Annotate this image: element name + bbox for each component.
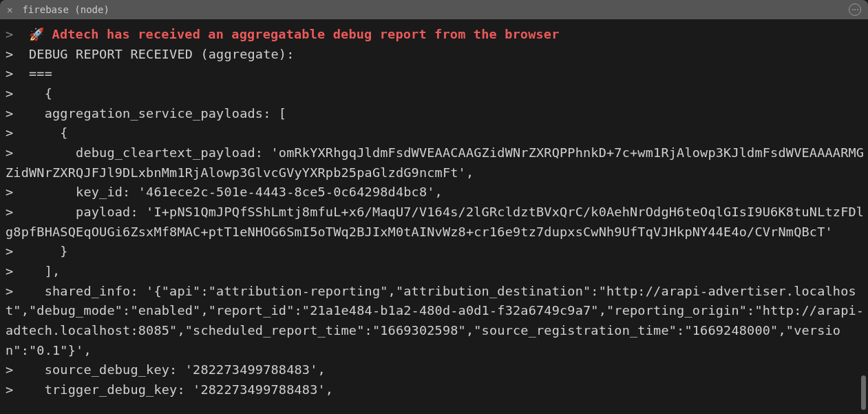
- terminal-line: > debug_cleartext_payload: 'omRkYXRhgqJl…: [6, 143, 867, 183]
- terminal-line: > payload: 'I+pNS1QmJPQfSShLmtj8mfuL+x6/…: [6, 203, 867, 242]
- terminal-line: > ],: [6, 262, 867, 282]
- terminal-output: > 🚀 Adtech has received an aggregatable …: [0, 19, 868, 414]
- terminal-line: > ===: [6, 64, 867, 84]
- terminal-line: > shared_info: '{"api":"attribution-repo…: [6, 282, 867, 361]
- terminal-line: > {: [6, 123, 867, 143]
- titlebar: ✕ firebase (node): [0, 0, 868, 19]
- close-icon[interactable]: ✕: [7, 5, 12, 14]
- terminal-line: > source_debug_key: '282273499788483',: [6, 360, 867, 380]
- terminal-line: > aggregation_service_payloads: [: [6, 104, 867, 124]
- more-options-icon[interactable]: [849, 3, 861, 16]
- rocket-icon: 🚀: [29, 27, 44, 41]
- terminal-line: > {: [6, 84, 867, 104]
- terminal-line: > trigger_debug_key: '282273499788483',: [6, 380, 867, 400]
- tab-title: firebase (node): [22, 4, 109, 15]
- terminal-line-headline: > 🚀 Adtech has received an aggregatable …: [6, 25, 867, 45]
- terminal-line: > DEBUG REPORT RECEIVED (aggregate):: [6, 45, 867, 65]
- terminal-line: > key_id: '461ece2c-501e-4443-8ce5-0c642…: [6, 183, 867, 203]
- prompt-char: >: [6, 27, 29, 41]
- headline-text: Adtech has received an aggregatable debu…: [44, 27, 559, 41]
- scrollbar-thumb[interactable]: [861, 375, 866, 410]
- terminal-line: > }: [6, 242, 867, 262]
